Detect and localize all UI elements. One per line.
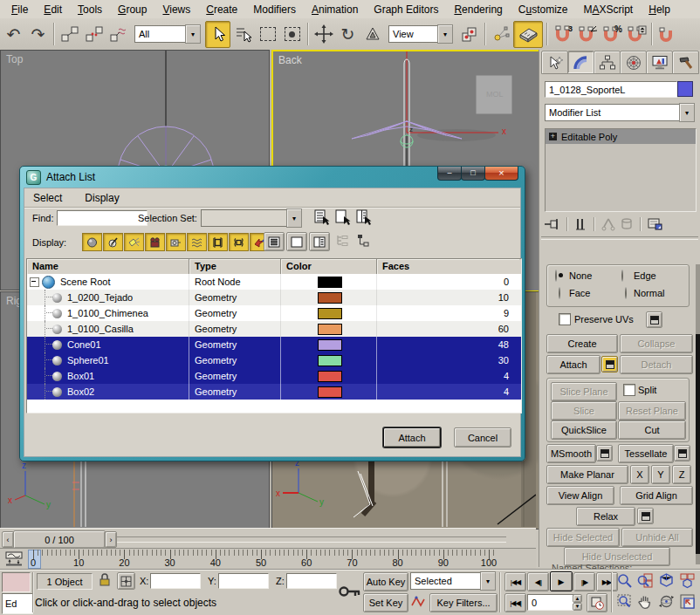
list-row-1-0100-chimenea[interactable]: 1_0100_ChimeneaGeometry9 (27, 305, 521, 321)
zoom-extents-all-icon[interactable] (679, 572, 696, 589)
relax-button[interactable]: Relax (576, 507, 635, 526)
next-frame-button[interactable]: ||▶ (573, 572, 595, 591)
chevron-down-icon[interactable]: ▾ (480, 571, 496, 591)
open-mini-curve-editor-button[interactable] (3, 550, 24, 567)
constraint-none-radio[interactable] (555, 270, 557, 282)
undo-icon[interactable]: ↶ (2, 22, 25, 47)
tessellate-button[interactable]: Tessellate (618, 444, 674, 463)
split-checkbox[interactable] (623, 384, 635, 396)
toolbar-clipped-icon[interactable] (655, 22, 679, 47)
zoom-all-icon[interactable] (637, 572, 654, 589)
display-xrefs-icon[interactable] (229, 233, 249, 251)
keyable-filter-dropdown[interactable]: Selected ▾ (410, 572, 496, 590)
cancel-button[interactable]: Cancel (454, 427, 511, 448)
menu-help[interactable]: Help (641, 2, 678, 17)
quickslice-button[interactable]: QuickSlice (551, 420, 617, 440)
preserve-uvs-settings-button[interactable] (646, 311, 662, 328)
column-header-color[interactable]: Color (281, 259, 377, 274)
default-in-out-tangent-icon[interactable] (410, 594, 426, 610)
collapse-button[interactable]: Collapse (620, 334, 693, 353)
planar-y-button[interactable]: Y (651, 465, 670, 484)
constraint-face-radio[interactable] (559, 287, 560, 299)
tessellate-settings-button[interactable] (674, 445, 690, 461)
y-coordinate-field[interactable] (218, 573, 269, 589)
list-row-cone01[interactable]: Cone01Geometry48 (27, 337, 521, 352)
close-button[interactable]: × (484, 167, 518, 181)
select-by-name-icon[interactable] (231, 22, 255, 47)
display-none-button[interactable] (286, 232, 307, 251)
chevron-down-icon[interactable]: ▾ (437, 24, 453, 44)
percent-snap-toggle-icon[interactable]: % (600, 22, 623, 47)
display-helpers-icon[interactable] (166, 233, 186, 251)
maximize-button[interactable]: □ (461, 167, 485, 181)
menu-edit[interactable]: Edit (36, 2, 70, 17)
unlink-selection-icon[interactable] (82, 22, 106, 47)
reset-plane-button[interactable]: Reset Plane (618, 401, 686, 420)
select-and-rotate-icon[interactable]: ↻ (336, 22, 360, 47)
make-unique-icon[interactable] (600, 217, 616, 231)
modifier-list-dropdown[interactable]: Modifier List ▾ (545, 104, 695, 121)
display-lights-icon[interactable] (124, 233, 144, 251)
tab-utilities[interactable] (672, 51, 699, 74)
time-slider-prev-icon[interactable]: ‹ (2, 531, 14, 548)
zoom-region-icon[interactable] (616, 593, 633, 610)
display-shapes-icon[interactable] (103, 233, 123, 251)
column-header-name[interactable]: Name (27, 259, 189, 274)
msmooth-settings-button[interactable] (596, 445, 613, 461)
hide-selected-button[interactable]: Hide Selected (546, 528, 620, 547)
tab-motion[interactable] (620, 51, 647, 74)
absolute-mode-transform-icon[interactable] (117, 572, 135, 590)
object-color-swatch[interactable] (677, 81, 693, 97)
chevron-down-icon[interactable]: ▾ (286, 208, 302, 228)
menu-views[interactable]: Views (154, 2, 198, 17)
preserve-uvs-checkbox[interactable] (559, 313, 571, 325)
spinner-up-icon[interactable]: ▲ (573, 594, 582, 603)
menu-graph-editors[interactable]: Graph Editors (366, 2, 446, 17)
select-and-move-icon[interactable] (312, 22, 335, 47)
cut-button[interactable]: Cut (618, 420, 686, 440)
tab-display[interactable] (646, 51, 673, 74)
keyboard-shortcut-override-toggle[interactable] (513, 21, 543, 48)
view-align-button[interactable]: View Align (546, 486, 614, 505)
constraint-edge-radio[interactable] (621, 270, 623, 282)
snaps-toggle-icon[interactable]: 3 (551, 22, 574, 47)
display-space-warps-icon[interactable] (187, 233, 207, 251)
constraint-normal-radio[interactable] (625, 287, 627, 299)
timeline-ruler[interactable]: 0102030405060708090100 (26, 549, 515, 569)
column-header-type[interactable]: Type (189, 259, 281, 274)
select-all-icon[interactable] (312, 208, 331, 226)
find-input[interactable] (57, 210, 148, 226)
selection-filter-dropdown[interactable]: All ▾ (134, 25, 201, 43)
create-button[interactable]: Create (546, 334, 618, 353)
select-and-manipulate-icon[interactable] (489, 22, 512, 47)
set-keys-key-icon[interactable] (339, 580, 361, 603)
minimize-button[interactable]: – (437, 167, 462, 181)
list-row-scene-root[interactable]: Scene RootRoot Node0 (27, 274, 521, 290)
select-and-link-icon[interactable] (58, 22, 81, 47)
select-invert-icon[interactable] (354, 208, 373, 226)
list-row-box02[interactable]: Box02Geometry4 (27, 384, 521, 400)
angle-snap-toggle-icon[interactable] (575, 22, 599, 47)
x-coordinate-field[interactable] (150, 573, 201, 589)
dialog-menu-select[interactable]: Select (33, 190, 72, 206)
previous-frame-button[interactable]: ◀|| (527, 572, 549, 591)
menu-customize[interactable]: Customize (511, 2, 576, 17)
go-to-start-button[interactable]: |◀◀ (504, 572, 526, 591)
selection-set-dropdown[interactable]: ▾ (201, 209, 302, 227)
z-coordinate-field[interactable] (286, 573, 337, 589)
bind-to-space-warp-icon[interactable] (106, 22, 130, 47)
frame-spinner[interactable]: ▲ ▼ (573, 594, 582, 611)
tab-modify[interactable] (567, 51, 594, 74)
attach-list-dialog[interactable]: G Attach List – □ × Select Display Find:… (19, 166, 525, 461)
reference-coordinate-dropdown[interactable]: View ▾ (388, 25, 453, 43)
redo-icon[interactable]: ↷ (26, 22, 50, 47)
tab-hierarchy[interactable] (594, 51, 621, 74)
menu-rendering[interactable]: Rendering (446, 2, 510, 17)
make-planar-button[interactable]: Make Planar (546, 465, 628, 484)
menu-animation[interactable]: Animation (304, 2, 366, 17)
menu-maxscript[interactable]: MAXScript (576, 2, 642, 17)
relax-settings-button[interactable] (637, 508, 654, 524)
list-row-1-0100-casilla[interactable]: 1_0100_CasillaGeometry60 (27, 321, 521, 337)
arc-rotate-icon[interactable] (658, 593, 675, 610)
rectangular-selection-region-icon[interactable] (256, 22, 279, 47)
